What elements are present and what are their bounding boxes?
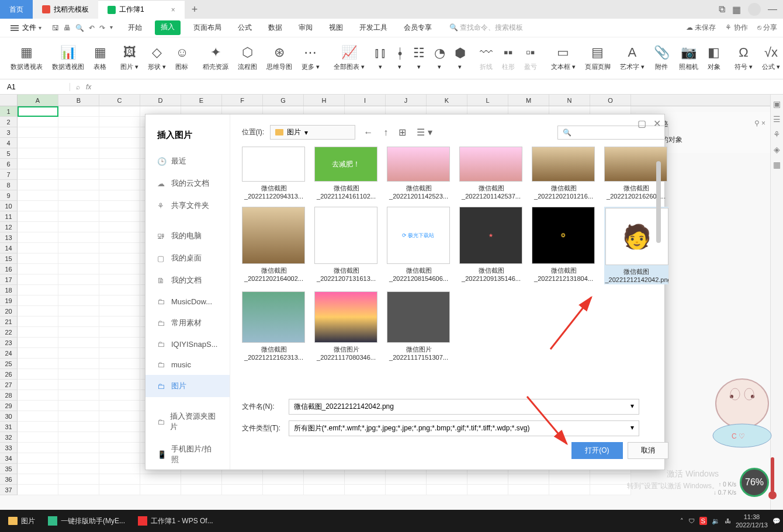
row-header[interactable]: 30 [0, 411, 18, 422]
cell[interactable] [18, 106, 58, 117]
cell[interactable] [18, 390, 58, 401]
row-header[interactable]: 5 [0, 148, 18, 159]
cell[interactable] [590, 485, 631, 495]
cell[interactable] [58, 295, 99, 306]
tray-shield-icon[interactable]: 🛡 [688, 517, 695, 524]
row-header[interactable]: 26 [0, 369, 18, 380]
nav-shared[interactable]: ⚘共享文件夹 [145, 194, 230, 217]
ribbon-table[interactable]: ▦表格 [89, 43, 111, 74]
col-header[interactable]: E [181, 95, 222, 106]
row-header[interactable]: 12 [0, 222, 18, 232]
tab-data[interactable]: 数据 [265, 20, 286, 35]
row-header[interactable]: 35 [0, 464, 18, 474]
file-item[interactable]: 微信截图_20221122094313... [242, 147, 306, 200]
cell[interactable] [99, 432, 140, 443]
fx-label[interactable]: fx [86, 83, 91, 91]
cell[interactable] [99, 148, 140, 159]
cell[interactable] [58, 369, 99, 380]
cell[interactable] [58, 453, 99, 464]
col-header[interactable]: M [508, 95, 549, 106]
cell[interactable] [58, 243, 99, 253]
file-item[interactable]: 微信截图_20221202164002... [242, 207, 306, 284]
cell[interactable] [99, 485, 140, 495]
cell[interactable] [58, 464, 99, 474]
cell[interactable] [58, 306, 99, 317]
cell[interactable] [18, 159, 58, 169]
cell[interactable] [58, 127, 99, 138]
cell[interactable] [18, 317, 58, 327]
cell[interactable] [58, 253, 99, 264]
file-item[interactable]: ⟳ 极光下载站微信截图_20221208154606... [387, 207, 451, 284]
cell[interactable] [18, 348, 58, 359]
cell[interactable] [549, 474, 590, 485]
tray-sound-icon[interactable]: 🔉 [712, 517, 720, 525]
col-header[interactable]: N [549, 95, 590, 106]
cancel-button[interactable]: 取消 [628, 442, 668, 459]
cell[interactable] [18, 327, 58, 338]
cell[interactable] [590, 474, 631, 485]
ribbon-camera[interactable]: 📷照相机 [674, 43, 703, 74]
cell[interactable] [99, 390, 140, 401]
zoom-icon[interactable]: ⌕ [76, 83, 80, 91]
row-header[interactable]: 31 [0, 422, 18, 432]
cell[interactable] [427, 474, 467, 485]
cell[interactable] [99, 317, 140, 327]
ribbon-icon[interactable]: ☺图标 [171, 43, 193, 74]
row-header[interactable]: 7 [0, 169, 18, 180]
row-header[interactable]: 36 [0, 474, 18, 485]
col-header[interactable]: F [222, 95, 263, 106]
cell[interactable] [99, 411, 140, 422]
cell[interactable] [345, 485, 386, 495]
row-header[interactable]: 10 [0, 201, 18, 211]
ribbon-chart-opt3[interactable]: ☷▾ [408, 43, 429, 73]
select-all-corner[interactable] [0, 95, 18, 106]
cell[interactable] [58, 169, 99, 180]
col-header[interactable]: D [140, 95, 181, 106]
cell[interactable] [18, 180, 58, 190]
file-item[interactable]: 微信截图_20221201142537... [459, 147, 524, 200]
cell[interactable] [99, 201, 140, 211]
cell[interactable] [58, 285, 99, 295]
cell[interactable] [99, 169, 140, 180]
cell[interactable] [18, 401, 58, 411]
cell[interactable] [18, 464, 58, 474]
dialog-max-icon[interactable]: ▢ [638, 118, 646, 129]
cell[interactable] [18, 306, 58, 317]
nav-material[interactable]: 🗀常用素材 [145, 312, 230, 334]
cell[interactable] [58, 338, 99, 348]
cell[interactable] [99, 211, 140, 222]
cell[interactable] [386, 485, 427, 495]
tray-clock[interactable]: 11:382022/12/13 [736, 513, 768, 529]
sidebar-tool-icon[interactable]: ☰ [773, 114, 781, 124]
tab-insert[interactable]: 插入 [155, 20, 181, 35]
row-header[interactable]: 27 [0, 380, 18, 390]
cell[interactable] [58, 359, 99, 369]
cell[interactable] [99, 159, 140, 169]
tab-member[interactable]: 会员专享 [400, 20, 435, 35]
cell[interactable] [18, 222, 58, 232]
cell[interactable] [18, 211, 58, 222]
ribbon-charts[interactable]: 📈全部图表 ▾ [329, 43, 369, 74]
ribbon-header[interactable]: ▤页眉页脚 [580, 43, 615, 74]
sidebar-tool-icon[interactable]: ◈ [774, 145, 780, 154]
ribbon-picture[interactable]: 🖼图片 ▾ [116, 43, 143, 74]
tab-formula[interactable]: 公式 [234, 20, 255, 35]
ribbon-pivot-table[interactable]: ▦数据透视表 [6, 43, 47, 74]
cell[interactable] [58, 274, 99, 285]
tab-template[interactable]: 找稻壳模板 [33, 0, 98, 19]
ribbon-more[interactable]: ⋯更多 ▾ [297, 43, 324, 74]
file-item[interactable]: 微信截图_20221212162313... [242, 291, 306, 361]
undo-icon[interactable]: ↶ [89, 24, 95, 32]
new-folder-button[interactable]: ⊞ [396, 126, 408, 139]
cell[interactable] [18, 443, 58, 453]
cell[interactable] [58, 159, 99, 169]
cell[interactable] [99, 190, 140, 201]
col-header[interactable]: O [590, 95, 631, 106]
cell[interactable] [18, 453, 58, 464]
cell[interactable] [58, 138, 99, 148]
cell[interactable] [304, 485, 345, 495]
cell[interactable] [58, 106, 99, 117]
view-button[interactable]: ☰ ▾ [414, 126, 434, 139]
cell[interactable] [99, 359, 140, 369]
cell[interactable] [304, 474, 345, 485]
